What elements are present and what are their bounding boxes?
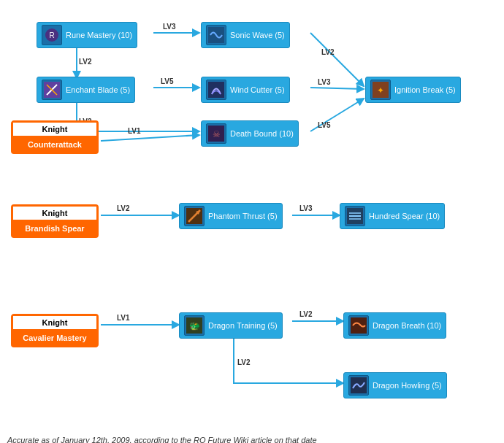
knight-counterattack-skill: Counterattack: [13, 137, 96, 152]
death-bound-icon: ☠: [206, 123, 226, 144]
svg-text:🐲: 🐲: [189, 320, 200, 331]
svg-line-7: [101, 135, 199, 141]
skill-sonic-wave-label: Sonic Wave (5): [230, 31, 285, 39]
footnote: Accurate as of January 12th, 2009, accor…: [7, 436, 497, 443]
svg-rect-21: [208, 82, 224, 98]
svg-text:LV5: LV5: [161, 77, 174, 85]
svg-text:LV2: LV2: [321, 48, 335, 56]
svg-text:LV5: LV5: [318, 121, 331, 129]
knight-cavalier-mastery-node: Knight Cavalier Mastery: [11, 314, 99, 347]
section-counterattack: LV2 LV3 LV5 LV2 LV1 LV2 LV3 LV5 R: [7, 7, 497, 175]
svg-text:LV3: LV3: [318, 78, 331, 86]
knight-counterattack-title: Knight: [13, 123, 96, 137]
wind-cutter-icon: [206, 80, 226, 100]
svg-text:LV2: LV2: [79, 58, 92, 66]
skill-rune-mastery-label: Rune Mastery (10): [66, 31, 132, 39]
knight-cavalier-title: Knight: [13, 316, 96, 331]
skill-dragon-howling-label: Dragon Howling (5): [373, 381, 442, 390]
skill-ignition-break-label: Ignition Break (5): [394, 85, 456, 94]
svg-line-9: [310, 33, 364, 86]
ignition-break-icon: ✦: [370, 80, 391, 100]
footnote-text: Accurate as of January 12th, 2009, accor…: [7, 436, 317, 443]
knight-brandish-skill: Brandish Spear: [13, 221, 96, 236]
skill-dragon-training-label: Dragon Training (5): [208, 321, 278, 330]
skill-dragon-howling: Dragon Howling (5): [343, 372, 447, 398]
knight-brandish-spear-node: Knight Brandish Spear: [11, 204, 99, 238]
dragon-breath-icon: [348, 315, 369, 336]
svg-text:☠: ☠: [213, 129, 221, 139]
svg-text:LV2: LV2: [117, 204, 130, 212]
knight-cavalier-skill: Cavalier Mastery: [13, 331, 96, 345]
section-cavalier-mastery: LV1 LV2 LV2 Knight Cavalier Mastery 🐲 Dr…: [7, 299, 497, 427]
svg-text:LV2: LV2: [299, 310, 313, 318]
skill-dragon-breath: Dragon Breath (10): [343, 312, 446, 339]
rune-mastery-icon: R: [42, 25, 62, 45]
skill-enchant-blade: Enchant Blade (5): [37, 77, 135, 103]
skill-rune-mastery: R Rune Mastery (10): [37, 22, 137, 48]
svg-text:LV2: LV2: [237, 358, 251, 366]
phantom-thrust-icon: [184, 206, 205, 226]
svg-text:R: R: [49, 31, 54, 39]
section-brandish-spear: LV2 LV3 Knight Brandish Spear Phantom Th…: [7, 190, 497, 285]
svg-text:LV3: LV3: [299, 204, 313, 212]
knight-brandish-title: Knight: [13, 207, 96, 221]
svg-line-11: [310, 88, 364, 89]
svg-text:LV3: LV3: [163, 23, 176, 31]
skill-death-bound-label: Death Bound (10): [230, 129, 294, 138]
dragon-howling-icon: [348, 375, 369, 396]
skill-wind-cutter: Wind Cutter (5): [201, 77, 290, 103]
skill-sonic-wave: Sonic Wave (5): [201, 22, 290, 48]
skill-death-bound: ☠ Death Bound (10): [201, 120, 299, 147]
skill-hundred-spear-label: Hundred Spear (10): [369, 212, 440, 220]
skill-phantom-thrust-label: Phantom Thrust (5): [208, 212, 278, 220]
skill-dragon-training: 🐲 Dragon Training (5): [179, 312, 283, 339]
svg-line-13: [310, 99, 364, 131]
skill-hundred-spear: Hundred Spear (10): [340, 203, 445, 229]
svg-text:✦: ✦: [377, 85, 384, 96]
skill-enchant-blade-label: Enchant Blade (5): [66, 85, 130, 94]
svg-text:LV1: LV1: [128, 127, 141, 135]
hundred-spear-icon: [345, 206, 365, 226]
skill-dragon-breath-label: Dragon Breath (10): [373, 321, 441, 330]
svg-text:LV1: LV1: [117, 314, 130, 322]
skill-wind-cutter-label: Wind Cutter (5): [230, 85, 285, 94]
enchant-blade-icon: [42, 80, 62, 100]
sonic-wave-icon: [206, 25, 226, 45]
knight-counterattack-node: Knight Counterattack: [11, 120, 99, 154]
skill-ignition-break: ✦ Ignition Break (5): [365, 77, 461, 103]
dragon-training-icon: 🐲: [184, 315, 205, 336]
skill-phantom-thrust: Phantom Thrust (5): [179, 203, 283, 229]
